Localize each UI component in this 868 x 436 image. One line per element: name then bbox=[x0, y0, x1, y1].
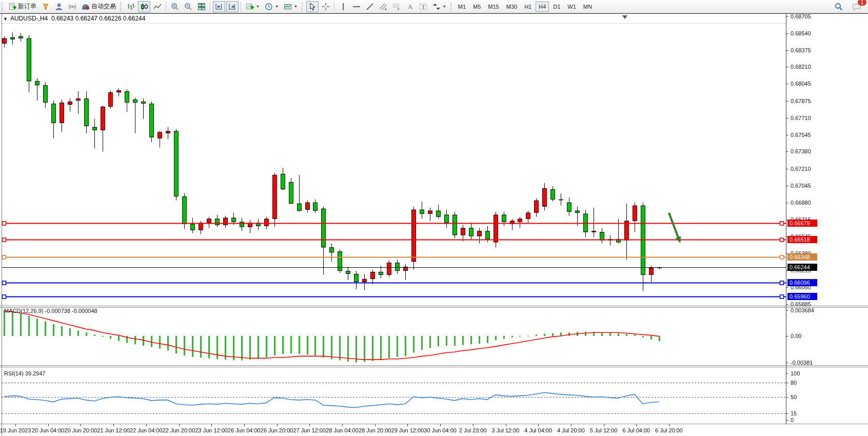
tile-windows-icon bbox=[198, 3, 206, 11]
candlestick-icon bbox=[140, 3, 148, 11]
toolbar-separator bbox=[210, 2, 211, 12]
timeframe-button-m5[interactable]: M5 bbox=[470, 2, 484, 12]
date-axis-label: 26 Jun 20:00 bbox=[261, 427, 293, 433]
chart-symbol-readout: ▼AUDUSD-,H4 0.66243 0.66247 0.66226 0.66… bbox=[3, 15, 145, 22]
chart-shift-button[interactable] bbox=[213, 1, 225, 12]
macd-axis-tick: -0.00381 bbox=[791, 360, 813, 366]
svg-text:T: T bbox=[422, 4, 425, 10]
new-order-button[interactable]: 新订单 bbox=[6, 1, 38, 12]
zoom-out-icon bbox=[184, 3, 192, 11]
timeframe-button-h1[interactable]: H1 bbox=[521, 2, 535, 12]
arrows-tool-button[interactable]: ▼ bbox=[430, 1, 448, 12]
price-axis-tick: 0.65885 bbox=[791, 301, 811, 307]
price-axis-tick: 0.68375 bbox=[791, 47, 811, 53]
auto-trading-button[interactable]: 自动交易 bbox=[80, 1, 118, 12]
price-axis-tick: 0.68210 bbox=[791, 64, 811, 70]
price-line-tag[interactable]: 0.66348 bbox=[787, 253, 817, 261]
arrows-icon bbox=[432, 3, 441, 11]
trendline-tool-button[interactable] bbox=[364, 1, 376, 12]
zoom-in-icon bbox=[171, 3, 179, 11]
market-watch-button[interactable] bbox=[40, 1, 52, 12]
timeframe-button-m15[interactable]: M15 bbox=[485, 2, 502, 12]
vertical-line-tool-button[interactable] bbox=[337, 1, 349, 12]
rsi-axis-tick: 15 bbox=[791, 410, 797, 417]
timeframe-button-d1[interactable]: D1 bbox=[550, 2, 563, 12]
text-label-tool-button[interactable]: T bbox=[417, 1, 429, 12]
crosshair-icon bbox=[322, 3, 330, 11]
timeframe-toolbar: M1M5M15M30H1H4D1W1MN bbox=[455, 2, 596, 12]
cursor-button[interactable] bbox=[306, 1, 319, 12]
zoom-out-button[interactable] bbox=[182, 1, 194, 12]
text-tool-button[interactable]: A bbox=[404, 1, 416, 12]
price-chart-canvas[interactable] bbox=[0, 13, 868, 436]
date-axis-label: 28 Jun 04:00 bbox=[326, 427, 359, 433]
svg-text:A: A bbox=[408, 3, 412, 10]
date-axis-label: 23 Jun 12:00 bbox=[195, 427, 228, 433]
bar-chart-mode-button[interactable] bbox=[125, 1, 137, 12]
crosshair-button[interactable] bbox=[320, 1, 332, 12]
timeframe-button-w1[interactable]: W1 bbox=[564, 2, 579, 12]
date-axis-label: 4 Jul 20:00 bbox=[557, 427, 585, 433]
tile-windows-button[interactable] bbox=[195, 1, 208, 12]
date-axis-label: 26 Jun 04:00 bbox=[228, 427, 261, 433]
price-axis-tick: 0.68705 bbox=[791, 13, 811, 19]
price-line-tag[interactable]: 0.65960 bbox=[787, 293, 817, 300]
collapse-triangle-icon[interactable]: ▼ bbox=[3, 16, 8, 22]
profile-button[interactable] bbox=[53, 1, 65, 12]
toolbar-separator bbox=[241, 2, 242, 12]
timeframe-button-m30[interactable]: M30 bbox=[503, 2, 520, 12]
chevron-down-icon: ▼ bbox=[294, 5, 298, 8]
timeframe-button-mn[interactable]: MN bbox=[580, 2, 595, 12]
auto-scroll-icon bbox=[228, 3, 236, 11]
price-line-tag[interactable]: 0.66244 bbox=[787, 264, 817, 271]
date-axis-label: 30 Jun 04:00 bbox=[424, 427, 457, 433]
periods-button[interactable]: ▼ bbox=[263, 1, 281, 12]
date-axis-label: 20 Jun 20:00 bbox=[65, 427, 97, 433]
zoom-in-button[interactable] bbox=[169, 1, 181, 12]
candlestick-mode-button[interactable] bbox=[138, 1, 150, 12]
date-axis-label: 5 Jul 12:00 bbox=[590, 427, 618, 433]
templates-button[interactable]: ▼ bbox=[282, 1, 300, 12]
auto-trading-icon bbox=[82, 3, 90, 11]
notifications-button[interactable]: 1 bbox=[851, 1, 863, 12]
auto-scroll-button[interactable] bbox=[226, 1, 239, 12]
date-axis-label: 19 Jun 2023 bbox=[0, 427, 31, 433]
chart-shift-icon bbox=[215, 3, 223, 11]
search-button[interactable] bbox=[833, 1, 845, 12]
toolbar-grip[interactable] bbox=[2, 2, 4, 11]
line-chart-mode-button[interactable] bbox=[151, 1, 164, 12]
symbol-period-label: AUDUSD-,H4 bbox=[10, 15, 48, 22]
price-axis-tick: 0.67875 bbox=[791, 98, 811, 104]
clock-icon bbox=[265, 3, 273, 11]
date-axis-label: 3 Jul 12:00 bbox=[492, 427, 520, 433]
timeframe-button-m1[interactable]: M1 bbox=[455, 2, 469, 12]
signals-button[interactable] bbox=[66, 1, 78, 12]
date-axis-label: 20 Jun 04:00 bbox=[32, 427, 65, 433]
auto-trading-label: 自动交易 bbox=[91, 2, 116, 11]
search-icon bbox=[835, 3, 843, 11]
fibonacci-tool-button[interactable]: F bbox=[390, 1, 403, 12]
horizontal-line-tool-button[interactable] bbox=[350, 1, 363, 12]
price-axis-tick: 0.68045 bbox=[791, 81, 811, 87]
text-icon: A bbox=[406, 3, 414, 11]
add-indicator-icon bbox=[246, 3, 254, 11]
date-axis-label: 27 Jun 12:00 bbox=[293, 427, 326, 433]
timeframe-button-h4[interactable]: H4 bbox=[536, 2, 549, 12]
toolbar-grip[interactable] bbox=[120, 2, 123, 11]
toolbar-grip[interactable] bbox=[450, 2, 453, 11]
date-axis-label: 6 Jul 20:00 bbox=[655, 427, 683, 433]
toolbar-grip[interactable] bbox=[302, 2, 304, 11]
equidistant-channel-tool-button[interactable]: E bbox=[377, 1, 389, 12]
price-line-tag[interactable]: 0.66518 bbox=[787, 236, 817, 243]
toolbar-separator bbox=[166, 2, 167, 12]
price-line-tag[interactable]: 0.66096 bbox=[787, 279, 817, 286]
text-label-icon: T bbox=[419, 3, 427, 11]
line-chart-icon bbox=[153, 3, 162, 11]
horizontal-line-icon bbox=[352, 3, 361, 11]
date-axis-label: 6 Jul 04:00 bbox=[622, 427, 650, 433]
price-axis-tick: 0.66880 bbox=[791, 200, 811, 206]
indicators-button[interactable]: ▼ bbox=[244, 1, 262, 12]
price-line-tag[interactable]: 0.66679 bbox=[787, 220, 817, 227]
rsi-axis-tick: 80 bbox=[791, 380, 797, 386]
date-axis-label: 29 Jun 12:00 bbox=[391, 427, 424, 433]
